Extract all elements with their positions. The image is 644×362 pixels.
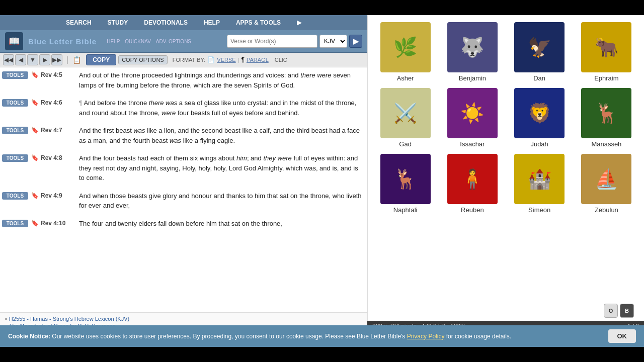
tribe-item-ephraim: 🐂Ephraim xyxy=(574,20,639,84)
tools-button-48[interactable]: TOOLS xyxy=(2,154,28,162)
top-bar xyxy=(0,0,644,15)
logo-text: Blue Letter Bible xyxy=(28,37,97,46)
tribe-name-gad: Gad xyxy=(399,140,412,148)
logo-icon: 📖 xyxy=(5,32,23,50)
nav-apps-tools[interactable]: APPS & TOOLS xyxy=(233,18,284,27)
tribe-name-simeon: Simeon xyxy=(528,206,550,214)
tools-button-410[interactable]: TOOLS xyxy=(2,220,28,227)
clipboard-icon: 📋 xyxy=(72,56,81,64)
overlay-btn-b[interactable]: B xyxy=(620,304,634,318)
tribe-name-asher: Asher xyxy=(397,74,414,82)
main-content: SEARCH STUDY DEVOTIONALS HELP APPS & TOO… xyxy=(0,15,644,347)
tribe-item-reuben: 🧍Reuben xyxy=(440,152,505,216)
overlay-btn-o[interactable]: O xyxy=(604,304,618,318)
help-link[interactable]: HELP xyxy=(107,39,120,44)
para-link[interactable]: PARAGL xyxy=(247,57,269,63)
nav-search[interactable]: SEARCH xyxy=(63,18,95,27)
verse-link[interactable]: VERSE xyxy=(217,57,235,63)
nav-more[interactable]: ▶ xyxy=(294,18,304,27)
bible-content: TOOLS 🔖 Rev 4:5 And out of the throne pr… xyxy=(0,67,367,312)
tribe-shield-gad[interactable]: ⚔️ xyxy=(380,88,431,138)
tribe-name-judah: Judah xyxy=(530,140,548,148)
tribe-shield-judah[interactable]: 🦁 xyxy=(514,88,565,138)
verse-text-45: And out of the throne proceeded lightnin… xyxy=(79,70,365,90)
verse-ref-410: Rev 4:10 xyxy=(41,220,76,227)
tribe-shield-zebulun[interactable]: ⛵ xyxy=(581,154,631,204)
nav-down-button[interactable]: ▼ xyxy=(27,54,38,65)
bookmark-icon-49[interactable]: 🔖 xyxy=(31,192,39,199)
tribe-item-dan: 🦅Dan xyxy=(507,20,572,84)
tools-button-45[interactable]: TOOLS xyxy=(2,71,28,79)
para-icon: ¶ xyxy=(241,56,244,63)
tribe-shield-issachar[interactable]: ☀️ xyxy=(447,88,498,138)
tribe-shield-ephraim[interactable]: 🐂 xyxy=(581,22,631,72)
verse-text-47: And the first beast was like a lion, and… xyxy=(79,126,365,145)
tribe-item-issachar: ☀️Issachar xyxy=(440,86,505,150)
ok-button[interactable]: OK xyxy=(608,329,636,343)
bible-icon: 📖 xyxy=(9,36,20,47)
tribe-item-asher: 🌿Asher xyxy=(373,20,438,84)
adv-options-link[interactable]: ADV. OPTIONS xyxy=(156,39,191,44)
verse-text-48: And the four beasts had each of them six… xyxy=(79,153,365,183)
tribe-item-judah: 🦁Judah xyxy=(507,86,572,150)
tribe-name-manasseh: Manasseh xyxy=(591,140,621,148)
bookmark-icon-410[interactable]: 🔖 xyxy=(31,220,39,227)
cookie-text: Cookie Notice: Our website uses cookies … xyxy=(8,333,598,340)
tribe-shield-manasseh[interactable]: 🦌 xyxy=(581,88,631,138)
tribe-shield-dan[interactable]: 🦅 xyxy=(514,22,565,72)
tribe-shield-reuben[interactable]: 🧍 xyxy=(447,154,498,204)
verse-row-47: TOOLS 🔖 Rev 4:7 And the first beast was … xyxy=(2,125,365,146)
verse-ref-45: Rev 4:5 xyxy=(41,71,76,78)
verse-row-46: TOOLS 🔖 Rev 4:6 ¶And before the throne t… xyxy=(2,97,365,119)
nav-last-button[interactable]: ▶▶ xyxy=(51,54,62,65)
tribe-shield-benjamin[interactable]: 🐺 xyxy=(447,22,498,72)
tribe-shield-simeon[interactable]: 🏰 xyxy=(514,154,565,204)
verse-ref-49: Rev 4:9 xyxy=(41,192,76,199)
toolbar: ◀◀ ◀ ▼ ▶ ▶▶ | 📋 COPY COPY OPTIONS FORMAT… xyxy=(0,53,367,67)
tribe-item-naphtali: 🦌Naphtali xyxy=(373,152,438,216)
verse-ref-46: Rev 4:6 xyxy=(41,99,76,106)
tools-button-47[interactable]: TOOLS xyxy=(2,127,28,134)
bullet-0: • xyxy=(5,316,7,322)
tribes-grid: 🌿Asher🐺Benjamin🦅Dan🐂Ephraim⚔️Gad☀️Issach… xyxy=(373,20,639,216)
nav-prev-button[interactable]: ◀ xyxy=(15,54,26,65)
tribe-item-zebulun: ⛵Zebulun xyxy=(574,152,639,216)
nav-devotionals[interactable]: DEVOTIONALS xyxy=(141,18,191,27)
bookmark-icon-45[interactable]: 🔖 xyxy=(31,71,39,78)
version-select[interactable]: KJV NIV ESV xyxy=(319,35,347,48)
bottom-bar xyxy=(0,347,644,362)
go-button[interactable]: ▶ xyxy=(349,35,362,48)
nav-bar: SEARCH STUDY DEVOTIONALS HELP APPS & TOO… xyxy=(0,15,367,30)
bookmark-icon-48[interactable]: 🔖 xyxy=(31,154,39,161)
copy-options-button[interactable]: COPY OPTIONS xyxy=(118,55,168,64)
verse-ref-48: Rev 4:8 xyxy=(41,154,76,161)
verse-row-49: TOOLS 🔖 Rev 4:9 And when those beasts gi… xyxy=(2,190,365,212)
tools-button-46[interactable]: TOOLS xyxy=(2,99,28,107)
nav-study[interactable]: STUDY xyxy=(105,18,131,27)
privacy-policy-link[interactable]: Privacy Policy xyxy=(407,333,445,340)
right-panel: 🌿Asher🐺Benjamin🦅Dan🐂Ephraim⚔️Gad☀️Issach… xyxy=(367,15,644,347)
tribe-shield-naphtali[interactable]: 🦌 xyxy=(380,154,431,204)
tools-button-49[interactable]: TOOLS xyxy=(2,192,28,200)
tribe-name-zebulun: Zebulun xyxy=(595,206,618,214)
nav-first-button[interactable]: ◀◀ xyxy=(3,54,14,65)
quicknav-link[interactable]: QUICKNAV xyxy=(125,39,151,44)
sub-links: HELP QUICKNAV ADV. OPTIONS xyxy=(107,39,191,44)
overlay-buttons: O B xyxy=(604,304,634,318)
logo-bar: 📖 Blue Letter Bible HELP QUICKNAV ADV. O… xyxy=(0,30,367,53)
tribe-item-manasseh: 🦌Manasseh xyxy=(574,86,639,150)
verse-row-45: TOOLS 🔖 Rev 4:5 And out of the throne pr… xyxy=(2,69,365,91)
verse-row-48: TOOLS 🔖 Rev 4:8 And the four beasts had … xyxy=(2,152,365,184)
search-input[interactable] xyxy=(227,35,317,48)
nav-help[interactable]: HELP xyxy=(201,18,223,27)
nav-next-button[interactable]: ▶ xyxy=(39,54,50,65)
bookmark-icon-47[interactable]: 🔖 xyxy=(31,127,39,134)
copy-button[interactable]: COPY xyxy=(86,54,116,65)
tribe-name-naphtali: Naphtali xyxy=(393,206,418,214)
tribe-shield-asher[interactable]: 🌿 xyxy=(380,22,431,72)
verse-ref-47: Rev 4:7 xyxy=(41,127,76,134)
left-panel: SEARCH STUDY DEVOTIONALS HELP APPS & TOO… xyxy=(0,15,367,347)
verse-text-46: ¶And before the throne there was a sea o… xyxy=(79,98,365,118)
resource-item-0[interactable]: • H2555 - Hamas - Strong's Hebrew Lexico… xyxy=(5,316,362,322)
bookmark-icon-46[interactable]: 🔖 xyxy=(31,99,39,106)
